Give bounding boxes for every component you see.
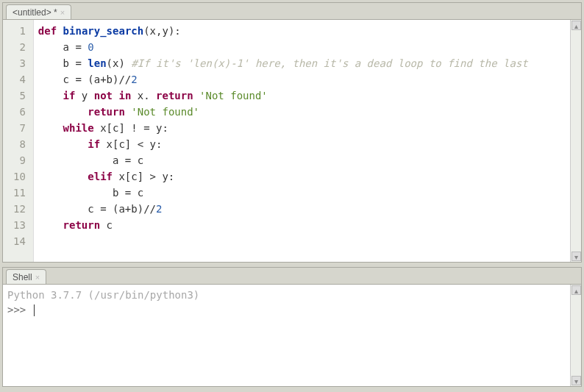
- line-number: 9: [13, 152, 26, 168]
- line-number: 11: [13, 185, 26, 201]
- line-number: 6: [13, 104, 26, 120]
- line-number: 3: [13, 55, 26, 71]
- cursor-icon: [34, 304, 35, 316]
- line-number: 12: [13, 201, 26, 217]
- line-number: 4: [13, 71, 26, 88]
- editor-pane: <untitled> * × 1 2 3 4 5 6 7 8 9 10 11 1…: [2, 2, 582, 263]
- shell-scrollbar[interactable]: ▴ ▾: [570, 285, 581, 386]
- scroll-up-icon[interactable]: ▴: [571, 21, 581, 30]
- line-number: 1: [13, 23, 26, 39]
- shell-banner: Python 3.7.7 (/usr/bin/python3): [7, 289, 199, 301]
- shell-text[interactable]: Python 3.7.7 (/usr/bin/python3) >>>: [3, 285, 570, 386]
- line-number: 7: [13, 120, 26, 136]
- line-number-gutter: 1 2 3 4 5 6 7 8 9 10 11 12 13 14: [3, 20, 34, 262]
- close-icon[interactable]: ×: [60, 7, 65, 18]
- code-area[interactable]: def binary_search(x,y): a = 0 b = len(x)…: [34, 20, 570, 262]
- editor-tab-label: <untitled> *: [13, 7, 57, 18]
- close-icon[interactable]: ×: [35, 271, 40, 283]
- shell-body[interactable]: Python 3.7.7 (/usr/bin/python3) >>> ▴ ▾: [3, 284, 581, 386]
- shell-tab-label: Shell: [13, 271, 32, 283]
- shell-prompt: >>>: [7, 304, 32, 316]
- scroll-down-icon[interactable]: ▾: [571, 376, 581, 385]
- line-number: 5: [13, 88, 26, 104]
- line-number: 13: [13, 217, 26, 233]
- line-number: 14: [13, 233, 26, 249]
- editor-tab[interactable]: <untitled> * ×: [6, 4, 71, 19]
- scroll-up-icon[interactable]: ▴: [571, 285, 581, 295]
- shell-tab-row: Shell ×: [3, 268, 581, 284]
- editor-scrollbar[interactable]: ▴ ▾: [570, 20, 581, 262]
- shell-pane: Shell × Python 3.7.7 (/usr/bin/python3) …: [2, 267, 582, 387]
- editor-tab-row: <untitled> * ×: [3, 3, 581, 19]
- line-number: 8: [13, 136, 26, 152]
- scroll-down-icon[interactable]: ▾: [571, 252, 581, 261]
- editor-body[interactable]: 1 2 3 4 5 6 7 8 9 10 11 12 13 14 def bin…: [3, 19, 581, 262]
- shell-tab[interactable]: Shell ×: [6, 269, 46, 284]
- line-number: 2: [13, 39, 26, 55]
- line-number: 10: [13, 168, 26, 185]
